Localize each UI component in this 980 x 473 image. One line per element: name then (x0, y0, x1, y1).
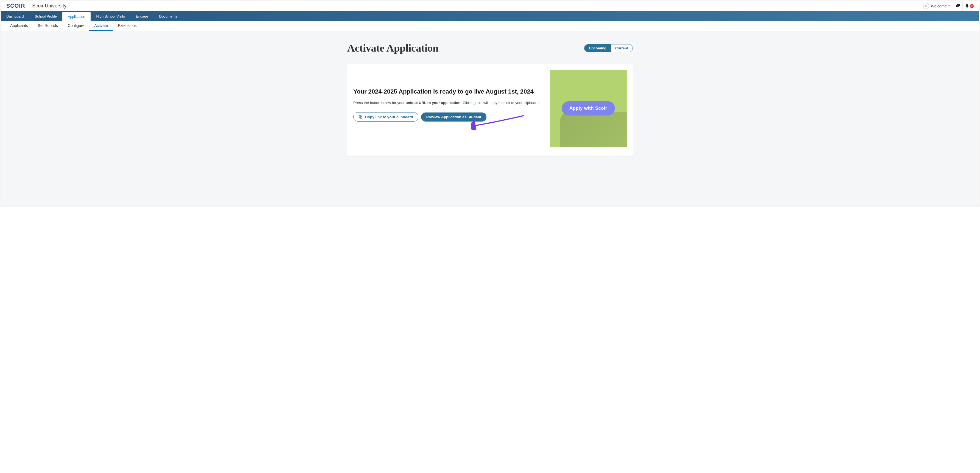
copy-icon (358, 115, 363, 119)
card-description: Press the button below for your unique U… (353, 100, 543, 106)
welcome-label: Welcome (931, 4, 947, 8)
chat-icon (956, 3, 961, 8)
title-row: Activate Application Upcoming Current (347, 42, 633, 54)
bell-icon (965, 4, 969, 8)
subnav-set-rounds[interactable]: Set Rounds (33, 21, 63, 31)
top-header: SCOIR Scoir University Welcome ▾ (1, 1, 979, 11)
main-container: Activate Application Upcoming Current Yo… (342, 42, 638, 156)
card-heading: Your 2024-2025 Application is ready to g… (353, 88, 543, 95)
subnav-configure[interactable]: Configure (63, 21, 89, 31)
chat-icon-button[interactable] (953, 1, 963, 11)
segmented-control: Upcoming Current (584, 44, 633, 52)
nav-engage[interactable]: Engage (130, 11, 154, 21)
nav-school-profile[interactable]: School Profile (29, 11, 62, 21)
header-right: Welcome ▾ 0 (920, 1, 975, 11)
apply-with-scoir-pill: Apply with Scoir (562, 101, 615, 116)
chevron-down-icon: ▾ (948, 5, 950, 7)
nav-application[interactable]: Application (62, 12, 91, 21)
welcome-menu[interactable]: Welcome ▾ (920, 1, 953, 11)
notification-badge: 0 (970, 4, 974, 8)
card-left: Your 2024-2025 Application is ready to g… (353, 70, 543, 147)
card-desc-bold: unique URL to your application (406, 101, 461, 105)
nav-high-school-visits[interactable]: High School Visits (91, 11, 130, 21)
card-desc-post: . Clicking this will copy the link to yo… (461, 101, 540, 105)
secondary-nav: Applicants Set Rounds Configure Activate… (1, 21, 979, 31)
product-name: Scoir University (32, 3, 67, 9)
svg-point-0 (926, 5, 927, 6)
illustration-shadow (560, 112, 627, 147)
page-title: Activate Application (347, 42, 438, 54)
nav-dashboard[interactable]: Dashboard (1, 11, 29, 21)
preview-application-label: Preview Application as Student (426, 115, 482, 119)
copy-link-label: Copy link to your clipboard (365, 115, 413, 119)
subnav-extensions[interactable]: Extensions (113, 21, 142, 31)
preview-application-button[interactable]: Preview Application as Student (421, 113, 487, 122)
app-frame: SCOIR Scoir University Welcome ▾ (0, 0, 980, 207)
illustration-panel: Apply with Scoir (550, 70, 627, 147)
card-desc-pre: Press the button below for your (353, 101, 406, 105)
segmented-current[interactable]: Current (611, 44, 632, 52)
segmented-upcoming[interactable]: Upcoming (584, 44, 611, 52)
notifications-button[interactable]: 0 (963, 1, 975, 11)
primary-nav: Dashboard School Profile Application Hig… (1, 11, 979, 21)
subnav-activate[interactable]: Activate (89, 21, 113, 31)
copy-link-button[interactable]: Copy link to your clipboard (353, 112, 418, 122)
button-row: Copy link to your clipboard Preview Appl… (353, 112, 543, 122)
nav-documents[interactable]: Documents (154, 11, 183, 21)
subnav-applicants[interactable]: Applicants (5, 21, 33, 31)
activation-card: Your 2024-2025 Application is ready to g… (347, 64, 633, 156)
main-area: Activate Application Upcoming Current Yo… (1, 31, 979, 206)
logo[interactable]: SCOIR (6, 3, 25, 9)
avatar-icon (923, 3, 929, 9)
